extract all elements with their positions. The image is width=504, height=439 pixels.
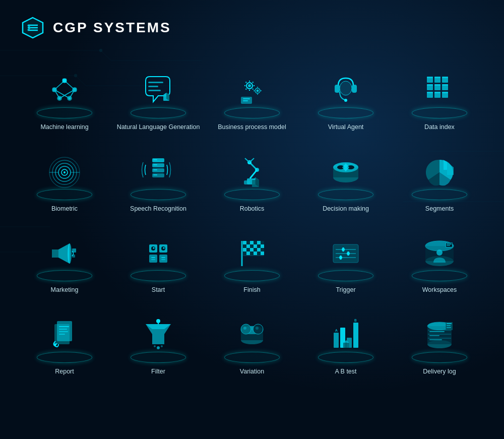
svg-point-166	[347, 252, 350, 255]
item-decision-making[interactable]: Decision making	[301, 142, 390, 214]
svg-rect-147	[246, 248, 250, 252]
svg-rect-157	[261, 252, 264, 255]
svg-rect-30	[73, 88, 77, 92]
item-business-process[interactable]: Business process model	[208, 60, 296, 132]
item-label: Segments	[425, 205, 454, 214]
svg-rect-145	[261, 244, 264, 248]
item-label: Filter	[151, 367, 165, 377]
svg-rect-199	[334, 333, 339, 348]
svg-point-165	[342, 248, 345, 251]
svg-rect-92	[153, 164, 157, 165]
svg-point-188	[161, 345, 163, 347]
logo-icon	[20, 15, 45, 40]
svg-rect-203	[343, 343, 349, 348]
item-workspaces[interactable]: Workspaces	[395, 223, 484, 295]
svg-marker-113	[447, 162, 454, 175]
svg-rect-148	[250, 248, 254, 252]
svg-rect-29	[52, 88, 56, 92]
svg-rect-221	[447, 327, 451, 328]
svg-point-84	[64, 171, 66, 173]
item-marketing[interactable]: Marketing	[20, 223, 109, 295]
item-label: Business process model	[218, 123, 286, 132]
item-label: Workspaces	[422, 286, 457, 295]
svg-rect-138	[257, 241, 261, 244]
svg-rect-135	[246, 241, 250, 244]
svg-rect-154	[250, 252, 254, 255]
svg-rect-57	[335, 85, 340, 93]
item-speech-recognition[interactable]: Speech Recognition	[114, 142, 203, 214]
item-nlg[interactable]: Natural Language Generation	[114, 60, 203, 132]
svg-rect-137	[254, 241, 257, 244]
item-virtual-agent[interactable]: Virtual Agent	[301, 60, 390, 132]
item-robotics[interactable]: Robotics	[208, 142, 296, 214]
svg-rect-130	[151, 259, 155, 260]
svg-rect-131	[161, 259, 165, 260]
svg-rect-142	[250, 244, 254, 248]
svg-rect-140	[243, 244, 246, 248]
item-label: Variation	[240, 367, 264, 377]
svg-rect-78	[442, 92, 448, 93]
item-finish[interactable]: Finish	[208, 223, 296, 295]
item-label: Biometric	[51, 205, 78, 214]
svg-point-49	[257, 90, 259, 92]
svg-rect-143	[254, 244, 257, 248]
svg-rect-220	[447, 325, 451, 326]
svg-line-101	[245, 158, 249, 162]
item-label: Data index	[424, 123, 455, 132]
svg-rect-31	[62, 79, 67, 83]
svg-rect-156	[257, 252, 261, 255]
svg-line-45	[253, 89, 254, 90]
svg-rect-219	[447, 323, 452, 324]
svg-text:B: B	[354, 319, 357, 322]
svg-rect-134	[243, 241, 246, 244]
svg-rect-144	[257, 244, 261, 248]
svg-rect-128	[151, 257, 155, 258]
svg-rect-55	[243, 98, 250, 99]
svg-text:A: A	[335, 329, 338, 332]
svg-point-187	[154, 345, 156, 347]
svg-rect-74	[434, 84, 440, 86]
item-trigger[interactable]: Trigger	[301, 223, 390, 295]
item-start[interactable]: Start	[114, 223, 203, 295]
svg-rect-155	[254, 252, 257, 255]
svg-line-47	[246, 89, 247, 90]
svg-rect-150	[257, 248, 261, 252]
item-label: Natural Language Generation	[117, 123, 200, 132]
svg-rect-94	[153, 174, 157, 175]
item-label: Report	[55, 367, 74, 377]
svg-rect-73	[427, 84, 433, 86]
item-report[interactable]: Report	[20, 305, 109, 377]
svg-rect-75	[442, 84, 448, 86]
svg-rect-56	[243, 100, 248, 101]
svg-rect-34	[148, 90, 161, 91]
item-ab-test[interactable]: A B A B test	[301, 305, 390, 377]
svg-rect-93	[153, 169, 157, 170]
svg-rect-70	[427, 77, 433, 78]
svg-point-172	[436, 249, 443, 256]
svg-rect-182	[59, 334, 65, 335]
svg-rect-202	[353, 323, 358, 348]
svg-rect-215	[429, 335, 439, 336]
item-segments[interactable]: Segments	[395, 142, 484, 214]
item-filter[interactable]: Filter	[114, 305, 203, 377]
header: CGP SYSTEMS	[20, 15, 484, 40]
svg-rect-32	[148, 82, 163, 83]
svg-line-44	[246, 82, 247, 83]
item-label: Virtual Agent	[328, 123, 364, 132]
svg-rect-129	[161, 257, 165, 258]
svg-rect-72	[442, 77, 448, 78]
item-label: Robotics	[240, 205, 265, 214]
svg-rect-179	[59, 326, 69, 327]
item-data-index[interactable]: Data index	[395, 60, 484, 132]
item-variation[interactable]: Variation	[208, 305, 296, 377]
svg-rect-180	[59, 329, 67, 330]
svg-rect-71	[434, 77, 440, 78]
item-biometric[interactable]: Biometric	[20, 142, 109, 214]
svg-rect-146	[243, 248, 246, 252]
svg-point-117	[68, 243, 72, 264]
svg-rect-216	[429, 339, 442, 340]
item-delivery-log[interactable]: Delivery log	[395, 305, 484, 377]
svg-rect-151	[261, 248, 264, 252]
item-machine-learning[interactable]: Machine learning	[20, 60, 109, 132]
svg-rect-123	[159, 255, 167, 263]
